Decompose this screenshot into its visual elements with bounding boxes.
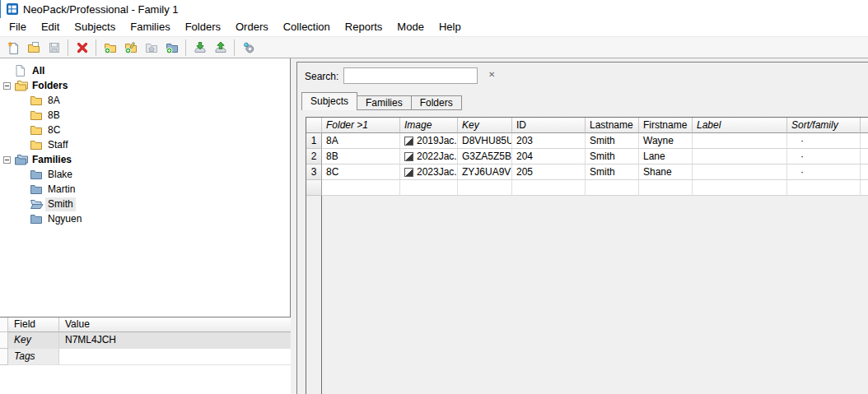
menu-bar: File Edit Subjects Families Folders Orde… bbox=[0, 18, 868, 36]
menu-folders[interactable]: Folders bbox=[178, 18, 228, 36]
row-number[interactable]: 2 bbox=[306, 149, 322, 165]
cell-lastname[interactable]: Smith bbox=[586, 133, 639, 149]
cell-key[interactable]: G3ZA5Z5B bbox=[458, 149, 512, 165]
menu-reports[interactable]: Reports bbox=[338, 18, 390, 36]
cell-firstname[interactable]: Wayne bbox=[639, 133, 693, 149]
menu-families[interactable]: Families bbox=[123, 18, 177, 36]
table-row[interactable]: 2 8B 2022Jac... G3ZA5Z5B 204 Smith Lane … bbox=[306, 149, 868, 165]
folder-edit-plus-icon bbox=[124, 41, 138, 54]
cell-id[interactable]: 205 bbox=[512, 165, 586, 180]
tree-item-blake[interactable]: Blake bbox=[0, 167, 290, 182]
tree-item-staff[interactable]: Staff bbox=[0, 137, 290, 152]
tree-item-8b[interactable]: 8B bbox=[0, 108, 290, 123]
cell-lastname[interactable]: Smith bbox=[586, 149, 639, 165]
cell-key[interactable]: D8VHU85U bbox=[458, 133, 512, 149]
column-header-label[interactable]: Label bbox=[693, 118, 787, 133]
column-header-image[interactable]: Image bbox=[400, 118, 458, 133]
field-column-header: Field bbox=[8, 318, 59, 332]
cell-label[interactable] bbox=[693, 149, 787, 165]
tab-families[interactable]: Families bbox=[357, 95, 412, 110]
column-header-id[interactable]: ID bbox=[512, 118, 586, 133]
tree-item-families[interactable]: Families bbox=[0, 152, 290, 167]
menu-mode[interactable]: Mode bbox=[390, 18, 432, 36]
menu-help[interactable]: Help bbox=[432, 18, 469, 36]
application-window: NeoPack/Professional - Family 1 File Edi… bbox=[0, 0, 868, 394]
menu-collection[interactable]: Collection bbox=[276, 18, 338, 36]
save-button[interactable] bbox=[44, 38, 64, 58]
cell-id[interactable]: 203 bbox=[512, 133, 586, 149]
clear-search-icon[interactable]: ✕ bbox=[488, 71, 495, 79]
property-row-key[interactable]: Key N7ML4JCH bbox=[0, 332, 291, 349]
column-header-sortfamily[interactable]: Sort/family bbox=[787, 118, 861, 133]
cell-firstname[interactable]: Shane bbox=[639, 165, 693, 180]
collapse-expander-icon[interactable] bbox=[3, 82, 11, 90]
delete-button[interactable] bbox=[72, 38, 92, 58]
column-header-folder[interactable]: Folder >1 bbox=[322, 118, 400, 133]
tree-item-all[interactable]: All bbox=[0, 63, 290, 78]
menu-subjects[interactable]: Subjects bbox=[67, 18, 123, 36]
cell-image[interactable]: 2019Jac... bbox=[400, 133, 458, 149]
grid-corner-cell[interactable] bbox=[306, 118, 322, 133]
tree-item-smith[interactable]: Smith bbox=[0, 197, 290, 211]
cell-lastname[interactable]: Smith bbox=[586, 165, 639, 180]
tree-item-ngyuen[interactable]: Ngyuen bbox=[0, 211, 290, 226]
property-row-tags[interactable]: Tags bbox=[0, 349, 291, 365]
cell-sortfamily[interactable]: · bbox=[787, 149, 861, 165]
menu-edit[interactable]: Edit bbox=[34, 18, 67, 36]
cell-sortfamily[interactable]: · bbox=[787, 133, 861, 149]
menu-orders[interactable]: Orders bbox=[228, 18, 276, 36]
new-family-folder-button[interactable] bbox=[161, 38, 182, 58]
photo-thumbnail-icon bbox=[404, 152, 413, 161]
title-bar: NeoPack/Professional - Family 1 bbox=[0, 0, 868, 18]
app-icon bbox=[7, 3, 18, 15]
gears-icon bbox=[242, 41, 255, 54]
folder-stack-blue-icon bbox=[14, 153, 30, 166]
tab-folders[interactable]: Folders bbox=[411, 95, 462, 110]
column-header-key[interactable]: Key bbox=[458, 118, 512, 133]
cell-label[interactable] bbox=[693, 133, 787, 149]
home-folder-button[interactable] bbox=[141, 38, 161, 58]
table-row[interactable]: 1 8A 2019Jac... D8VHU85U 203 Smith Wayne… bbox=[306, 133, 868, 149]
new-button[interactable] bbox=[2, 38, 23, 58]
cell-label[interactable] bbox=[693, 165, 787, 180]
cell-id[interactable]: 204 bbox=[512, 149, 586, 165]
folder-blue-open-icon bbox=[30, 198, 45, 210]
collapse-expander-icon[interactable] bbox=[3, 156, 11, 164]
row-number[interactable]: 3 bbox=[306, 165, 322, 180]
properties-header: Field Value bbox=[0, 318, 291, 332]
export-button[interactable] bbox=[210, 38, 231, 58]
tree-item-folders[interactable]: Folders bbox=[0, 78, 290, 93]
tree-item-label: Smith bbox=[45, 198, 73, 210]
open-button[interactable] bbox=[23, 38, 44, 58]
menu-file[interactable]: File bbox=[2, 18, 34, 36]
cell-image[interactable]: 2023Jac... bbox=[400, 165, 458, 180]
table-row[interactable]: 3 8C 2023Jac... ZYJ6UA9V 205 Smith Shane… bbox=[306, 165, 868, 180]
tree-item-8a[interactable]: 8A bbox=[0, 93, 290, 108]
photo-thumbnail-icon bbox=[404, 137, 413, 146]
settings-button[interactable] bbox=[238, 38, 259, 58]
cell-folder[interactable]: 8B bbox=[322, 149, 400, 165]
cell-folder[interactable]: 8A bbox=[322, 133, 400, 149]
column-header-lastname[interactable]: Lastname bbox=[586, 118, 639, 133]
cell-image[interactable]: 2022Jac... bbox=[400, 149, 458, 165]
new-folder-button[interactable] bbox=[100, 38, 120, 58]
edit-folder-button[interactable] bbox=[120, 38, 141, 58]
cell-key[interactable]: ZYJ6UA9V bbox=[458, 165, 512, 180]
column-header-empty bbox=[861, 118, 868, 133]
folder-home-icon bbox=[145, 41, 158, 54]
tree-item-label: Blake bbox=[45, 169, 72, 180]
search-input[interactable] bbox=[343, 67, 478, 84]
cell-folder[interactable]: 8C bbox=[322, 165, 400, 180]
row-number[interactable]: 1 bbox=[306, 133, 322, 149]
property-value[interactable] bbox=[59, 349, 291, 365]
property-value[interactable]: N7ML4JCH bbox=[59, 332, 291, 349]
column-header-firstname[interactable]: Firstname bbox=[639, 118, 693, 133]
cell-sortfamily[interactable]: · bbox=[787, 165, 861, 180]
cell-firstname[interactable]: Lane bbox=[639, 149, 693, 165]
import-button[interactable] bbox=[189, 38, 210, 58]
tree-item-martin[interactable]: Martin bbox=[0, 182, 290, 197]
tab-subjects[interactable]: Subjects bbox=[301, 92, 357, 110]
toolbar-separator bbox=[96, 39, 96, 56]
folder-yellow-icon bbox=[30, 95, 45, 106]
tree-item-8c[interactable]: 8C bbox=[0, 123, 290, 137]
